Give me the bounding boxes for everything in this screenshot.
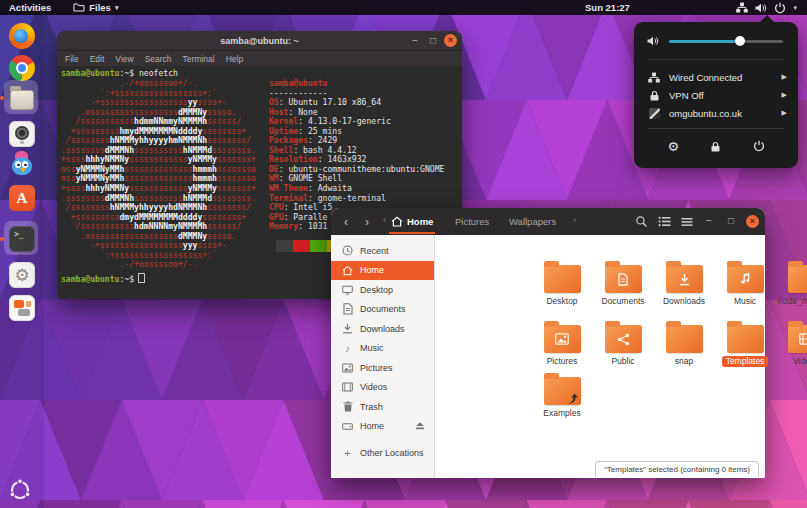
sidebar-item-recent[interactable]: Recent bbox=[331, 241, 434, 261]
breadcrumb-home[interactable]: Home bbox=[391, 208, 433, 234]
folder-name: Videos bbox=[777, 357, 807, 367]
folder-public[interactable]: Public bbox=[594, 325, 652, 367]
breadcrumb-wallpapers[interactable]: Wallpapers bbox=[509, 208, 556, 234]
sidebar-item-music[interactable]: ♪Music bbox=[331, 339, 434, 359]
menu-item-wired-connected[interactable]: Wired Connected▶ bbox=[634, 68, 798, 86]
maximize-button[interactable]: □ bbox=[426, 34, 440, 48]
volume-row bbox=[634, 32, 798, 50]
sidebar-item-downloads[interactable]: Downloads bbox=[331, 319, 434, 339]
maximize-button[interactable]: □ bbox=[724, 214, 738, 228]
terminal-menu-view[interactable]: View bbox=[115, 54, 133, 64]
terminal-menu-file[interactable]: File bbox=[65, 54, 79, 64]
folder-music[interactable]: Music bbox=[716, 265, 774, 307]
lock-icon bbox=[648, 90, 660, 101]
folder-icon bbox=[544, 325, 581, 353]
files-icon bbox=[10, 87, 34, 110]
dock-item-settings[interactable]: ⚙ bbox=[2, 259, 42, 291]
menu-item-vpn-off[interactable]: VPN Off▶ bbox=[634, 86, 798, 104]
folder-name: Downloads bbox=[655, 297, 713, 307]
terminal-menu-help[interactable]: Help bbox=[226, 54, 243, 64]
active-crumb-underline bbox=[389, 232, 435, 235]
software-icon bbox=[9, 295, 35, 321]
dock-item-firefox[interactable] bbox=[2, 20, 42, 52]
sidebar-item-home[interactable]: Home bbox=[331, 261, 434, 281]
terminal-menu-search[interactable]: Search bbox=[145, 54, 172, 64]
system-tray[interactable]: ▾ bbox=[736, 0, 797, 15]
back-button[interactable]: ‹ bbox=[337, 213, 355, 230]
owl-app-icon bbox=[9, 151, 35, 177]
terminal-title: samba@ubuntu: ~ bbox=[220, 36, 299, 46]
dock-item-owl-app[interactable] bbox=[2, 148, 42, 180]
list-view-icon[interactable] bbox=[657, 215, 671, 228]
terminal-menu-edit[interactable]: Edit bbox=[90, 54, 105, 64]
folder-icon bbox=[73, 2, 85, 14]
dock-item-terminal[interactable]: >_ bbox=[2, 223, 42, 255]
hamburger-menu-icon[interactable] bbox=[680, 215, 694, 228]
menu-separator bbox=[648, 128, 784, 129]
folder-name: Examples bbox=[533, 409, 591, 419]
dock-item-speaker-app[interactable] bbox=[2, 118, 42, 150]
terminal-titlebar[interactable]: samba@ubuntu: ~ − □ × bbox=[57, 31, 462, 51]
sidebar-item-documents[interactable]: Documents bbox=[331, 300, 434, 320]
chrome-icon bbox=[9, 55, 35, 81]
dock-item-software[interactable] bbox=[2, 292, 42, 324]
system-menu-footer: ⚙ bbox=[634, 135, 798, 157]
pathbar-scroll-left-icon[interactable]: ‹ bbox=[383, 215, 386, 225]
power-button[interactable] bbox=[748, 135, 770, 157]
folder-videos[interactable]: Videos bbox=[777, 325, 807, 367]
ubuntu-logo-icon bbox=[8, 478, 32, 502]
files-headerbar[interactable]: ‹ › ‹ HomePicturesWallpapers › − □ × bbox=[331, 208, 765, 236]
settings-icon: ⚙ bbox=[9, 262, 35, 288]
volume-slider-knob[interactable] bbox=[735, 36, 745, 46]
trash-icon bbox=[342, 401, 353, 412]
folder-name: Pictures bbox=[533, 357, 591, 367]
folder-icon bbox=[727, 265, 764, 293]
folder-pictures[interactable]: Pictures bbox=[533, 325, 591, 367]
minimize-button[interactable]: − bbox=[702, 214, 716, 228]
forward-button[interactable]: › bbox=[358, 213, 376, 230]
close-button[interactable]: × bbox=[746, 215, 759, 228]
dock-item-amazon[interactable]: A bbox=[2, 182, 42, 214]
clock-icon bbox=[342, 245, 353, 256]
desktop: Activities Files ▾ Sun 21:27 ▾ A>_⚙ samb… bbox=[0, 0, 807, 508]
sidebar-item-trash[interactable]: Trash bbox=[331, 397, 434, 417]
sidebar-item-other-locations[interactable]: +Other Locations bbox=[331, 443, 434, 463]
folder-examples[interactable]: Examples bbox=[533, 377, 591, 419]
terminal-icon: >_ bbox=[9, 226, 35, 252]
plus-icon: + bbox=[342, 447, 353, 459]
folder-snap[interactable]: snap bbox=[655, 325, 713, 367]
terminal-cursor bbox=[138, 273, 145, 283]
lock-screen-button[interactable] bbox=[705, 135, 727, 157]
app-menu-label: Files bbox=[89, 2, 111, 13]
breadcrumb-pictures[interactable]: Pictures bbox=[455, 208, 489, 234]
download-emblem-icon bbox=[666, 265, 703, 293]
sidebar-item-pictures[interactable]: Pictures bbox=[331, 358, 434, 378]
sidebar-item-home[interactable]: Home bbox=[331, 417, 434, 437]
minimize-button[interactable]: − bbox=[408, 34, 422, 48]
folder-templates[interactable]: Templates bbox=[716, 325, 774, 367]
eject-icon[interactable] bbox=[415, 421, 425, 432]
desktop-icon bbox=[342, 285, 353, 295]
folder-node_modules[interactable]: node_modules bbox=[777, 265, 807, 307]
pathbar-scroll-right-icon[interactable]: › bbox=[573, 215, 576, 225]
settings-button[interactable]: ⚙ bbox=[662, 135, 684, 157]
running-indicator-dot bbox=[0, 96, 4, 100]
folder-documents[interactable]: Documents bbox=[594, 265, 652, 307]
folder-icon bbox=[666, 325, 703, 353]
volume-slider[interactable] bbox=[669, 40, 783, 43]
terminal-menu-terminal[interactable]: Terminal bbox=[183, 54, 215, 64]
close-button[interactable]: × bbox=[444, 34, 457, 47]
dock-item-files[interactable] bbox=[2, 82, 42, 114]
sidebar-item-desktop[interactable]: Desktop bbox=[331, 280, 434, 300]
files-window: ‹ › ‹ HomePicturesWallpapers › − □ × Rec… bbox=[331, 208, 765, 478]
neofetch-ascii-art: .-/+oossssoo+/-. `:+ssssssssssssssssss+:… bbox=[61, 79, 256, 270]
folder-desktop[interactable]: Desktop bbox=[533, 265, 591, 307]
menu-item-omgubuntu-co-uk[interactable]: omgubuntu.co.uk▶ bbox=[634, 104, 798, 122]
share-emblem-icon bbox=[605, 325, 642, 353]
sidebar-item-videos[interactable]: Videos bbox=[331, 378, 434, 398]
search-icon[interactable] bbox=[634, 215, 648, 228]
clock[interactable]: Sun 21:27 bbox=[585, 0, 630, 15]
activities-button[interactable]: Activities bbox=[9, 2, 51, 13]
folder-downloads[interactable]: Downloads bbox=[655, 265, 713, 307]
app-menu-files[interactable]: Files ▾ bbox=[73, 2, 118, 14]
